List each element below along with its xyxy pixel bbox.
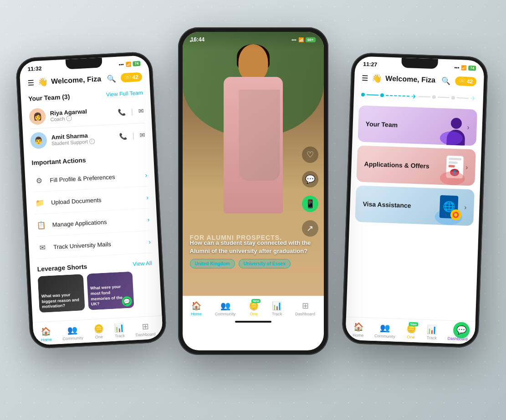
video-bg: 16:44 ▪▪▪ 📶 60+ ← FOR ALUMNI PROSPECTS. … — [183, 32, 324, 296]
right-wifi: 📶 — [461, 65, 466, 70]
right-nav-home[interactable]: 🏠 Home — [350, 321, 367, 339]
right-battery: 74 — [468, 65, 476, 71]
chevron-profile: › — [145, 171, 148, 178]
whatsapp-share-button[interactable]: 📱 — [302, 196, 318, 212]
info-icon-riya: i — [66, 115, 72, 121]
avatar-riya: 👩 — [29, 108, 46, 125]
track-icon: 📊 — [114, 323, 125, 333]
center-status-icons: ▪▪▪ 📶 60+ — [291, 37, 315, 42]
email-icon-amit[interactable]: ✉ — [139, 132, 145, 139]
doc-line-3 — [449, 165, 455, 167]
blob-red — [440, 171, 465, 186]
left-nav-one[interactable]: 🪙 One — [91, 323, 107, 341]
right-nav-home-label: Home — [353, 333, 363, 338]
right-community-icon: 👥 — [380, 323, 390, 334]
back-button[interactable]: ← — [188, 35, 197, 46]
right-nav-track[interactable]: 📊 Track — [424, 324, 440, 341]
view-full-team-link[interactable]: View Full Team — [106, 90, 143, 98]
center-bottom-nav: 🏠 Home 👥 Community New 🪙 One 📊 Track — [183, 296, 324, 319]
left-header-left: ☰ 👋 Welcome, Fiza — [27, 74, 102, 87]
comment-button[interactable]: 💬 — [302, 171, 318, 187]
left-time: 11:32 — [27, 65, 41, 72]
left-coin-badge: 🪙 42 — [120, 72, 142, 82]
right-time: 11:27 — [363, 61, 377, 68]
like-button[interactable]: ♡ — [302, 147, 318, 163]
tag-uk[interactable]: United Kingdom — [190, 259, 235, 268]
center-nav-one[interactable]: New 🪙 One — [246, 300, 261, 317]
chevron-documents: › — [146, 193, 149, 201]
right-nav-community-label: Community — [374, 334, 395, 339]
right-status-icons: ▪▪▪ 📶 74 — [455, 65, 476, 71]
view-all-link[interactable]: View All — [133, 260, 152, 267]
left-notch — [66, 57, 102, 69]
visa-assistance-card[interactable]: Visa Assistance › 🌐 ⭕ — [355, 185, 475, 226]
short-thumb-1[interactable]: What was your biggest reason and motivat… — [38, 274, 85, 313]
leverage-header: Leverage Shorts View All — [37, 259, 152, 273]
passport-card: 🌐 ⭕ — [440, 195, 459, 218]
applications-icon: 📋 — [35, 218, 48, 232]
progress-dash-4 — [438, 97, 450, 98]
right-nav-track-label: Track — [427, 335, 437, 340]
center-track-icon: 📊 — [272, 301, 282, 311]
tag-university[interactable]: University of Essex — [239, 259, 291, 268]
center-nav-community[interactable]: 👥 Community — [212, 300, 239, 317]
phones-container: 11:32 ▪▪▪ 📶 74 ☰ 👋 Welcome, Fiza 🔍 🪙 — [0, 0, 506, 420]
contact-icons-amit: 📞 | ✉ — [119, 131, 145, 141]
phone-icon-amit[interactable]: 📞 — [119, 132, 127, 140]
signal-icon: ▪▪▪ — [119, 61, 124, 67]
doc-line-1 — [449, 158, 461, 161]
progress-dash-3 — [419, 96, 430, 97]
center-phone: 16:44 ▪▪▪ 📶 60+ ← FOR ALUMNI PROSPECTS. … — [178, 27, 328, 355]
right-phone: 11:27 ▪▪▪ 📶 74 ☰ 👋 Welcome, Fiza 🔍 🪙 — [342, 52, 488, 348]
left-nav-home[interactable]: 🏠 Home — [37, 325, 55, 344]
action-label-documents: Upload Documents — [51, 194, 142, 206]
left-phone-screen: 11:32 ▪▪▪ 📶 74 ☰ 👋 Welcome, Fiza 🔍 🪙 — [19, 55, 163, 345]
home-icon: 🏠 — [41, 326, 51, 337]
leverage-title: Leverage Shorts — [37, 263, 87, 273]
right-coin-badge: 🪙 42 — [455, 76, 476, 86]
left-nav-dashboard[interactable]: ⊞ Dashboard — [132, 320, 158, 339]
left-nav-community[interactable]: 👥 Community — [59, 324, 86, 342]
email-icon-riya[interactable]: ✉ — [138, 107, 144, 115]
one-icon: 🪙 — [93, 324, 104, 334]
right-nav-community[interactable]: 👥 Community — [372, 322, 399, 340]
left-nav-track[interactable]: 📊 Track — [111, 321, 128, 339]
center-nav-track[interactable]: 📊 Track — [269, 300, 285, 317]
progress-dot-3 — [432, 95, 436, 99]
right-nav-one[interactable]: New 🪙 One — [403, 323, 419, 340]
action-label-profile: Fill Profile & Preferences — [50, 172, 141, 183]
left-phone: 11:32 ▪▪▪ 📶 74 ☰ 👋 Welcome, Fiza 🔍 🪙 — [15, 51, 167, 349]
applications-offers-card[interactable]: Applications & Offers › 👤 — [356, 146, 476, 186]
menu-icon[interactable]: ☰ — [27, 78, 34, 87]
center-dashboard-icon: ⊞ — [302, 301, 309, 311]
center-nav-dashboard[interactable]: ⊞ Dashboard — [292, 300, 318, 317]
video-actions: ♡ 💬 📱 ↗ — [302, 147, 318, 237]
team-title: Your Team (3) — [28, 93, 70, 102]
right-header-left: ☰ 👋 Welcome, Fiza — [362, 73, 436, 86]
documents-icon: 📁 — [33, 196, 46, 209]
leverage-section: Leverage Shorts View All What was your b… — [30, 255, 162, 315]
phone-icon-riya[interactable]: 📞 — [118, 108, 126, 116]
apps-offers-illustration: 👤 — [438, 153, 471, 186]
airplane-destination-icon: ✈ — [470, 95, 476, 102]
person-illustration — [444, 117, 468, 146]
right-menu-icon[interactable]: ☰ — [362, 73, 368, 82]
left-welcome-text: Welcome, Fiza — [51, 75, 102, 86]
right-wave-icon: 👋 — [372, 73, 382, 84]
center-nav-home[interactable]: 🏠 Home — [188, 300, 204, 317]
action-label-mails: Track University Mails — [53, 239, 144, 250]
share-button[interactable]: ↗ — [302, 220, 318, 237]
center-nav-home-label: Home — [191, 312, 202, 316]
left-nav-one-label: One — [95, 334, 103, 339]
your-team-card[interactable]: Your Team › — [358, 106, 477, 146]
document-illus: 👤 — [442, 155, 468, 186]
cards-section: Your Team › Applications & Offers › — [349, 102, 483, 233]
avatar-amit: 👨 — [30, 132, 47, 149]
short-thumb-2[interactable]: What were your most fond memories of the… — [87, 271, 134, 310]
right-coins: 42 — [467, 78, 473, 85]
wave-icon: 👋 — [37, 77, 48, 87]
visa-illustration: 🌐 ⭕ — [437, 193, 470, 226]
right-search-icon[interactable]: 🔍 — [441, 76, 451, 85]
left-search-icon[interactable]: 🔍 — [107, 74, 116, 83]
left-nav-dashboard-label: Dashboard — [135, 332, 155, 337]
